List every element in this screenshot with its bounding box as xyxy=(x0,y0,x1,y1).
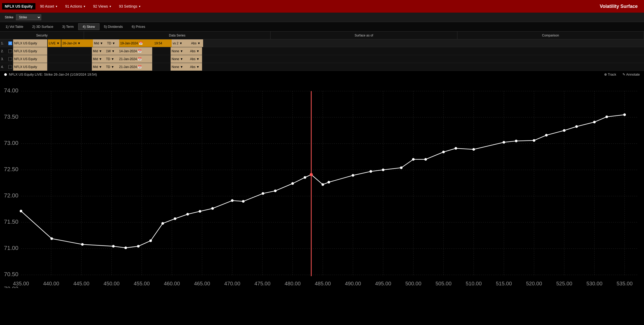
chart-dot xyxy=(81,243,84,246)
mid-cell[interactable]: Mid ▼ xyxy=(93,39,106,47)
chart-dot xyxy=(328,181,330,184)
chart-dot xyxy=(605,116,608,118)
chart-dot xyxy=(186,213,189,216)
chart-area: 74.00 73.50 73.00 72.50 72.00 71.50 71.0… xyxy=(0,78,644,288)
chart-dot xyxy=(274,190,277,192)
time-cell xyxy=(152,47,171,55)
table-row: 2. NFLX US Equity Mid ▼ 1W ▼ 14-Jan-2024… xyxy=(0,47,644,55)
data-rows: 1. ✓ NFLX US Equity LIVE ▼ 26-Jan-24 ▼ M… xyxy=(0,39,644,71)
x-label: 460.00 xyxy=(164,281,180,286)
chart-dot xyxy=(515,140,518,142)
tab-term[interactable]: 3) Term xyxy=(58,23,78,30)
top-nav: NFLX US Equity 90 Asset ▼ 91 Actions ▼ 9… xyxy=(0,0,644,13)
date-cell[interactable] xyxy=(60,47,92,55)
x-label: 435.00 xyxy=(13,281,29,286)
nav-asset[interactable]: 90 Asset ▼ xyxy=(36,3,62,9)
date-cell[interactable]: 26-Jan-24 ▼ xyxy=(61,39,93,47)
col-header-dataseries: Data Series xyxy=(84,32,271,39)
surface-date-cell[interactable]: 19-Jan-2024 📅 xyxy=(119,39,153,47)
chart-dot xyxy=(20,210,22,212)
table-row: 1. ✓ NFLX US Equity LIVE ▼ 26-Jan-24 ▼ M… xyxy=(0,39,644,47)
x-label: 510.00 xyxy=(466,281,482,286)
chart-legend: NFLX US Equity LIVE: Strike 26-Jan-24 (1… xyxy=(4,72,97,76)
chart-dot xyxy=(352,174,354,177)
td-cell[interactable]: 1W ▼ xyxy=(105,47,118,55)
row-checkbox[interactable] xyxy=(7,57,13,61)
live-cell[interactable]: LIVE ▼ xyxy=(48,39,61,47)
main-chart-svg: 74.00 73.50 73.00 72.50 72.00 71.50 71.0… xyxy=(0,78,644,288)
chart-dot xyxy=(533,139,535,142)
abs-cell[interactable]: Abs ▼ xyxy=(189,55,202,63)
x-label: 440.00 xyxy=(43,281,59,286)
x-label: 535.00 xyxy=(616,281,632,286)
x-label: 505.00 xyxy=(435,281,451,286)
time-cell[interactable]: 19:54 xyxy=(153,39,172,47)
abs-cell[interactable]: Abs ▼ xyxy=(190,39,203,47)
chart-dot xyxy=(161,222,164,225)
chart-header: NFLX US Equity LIVE: Strike 26-Jan-24 (1… xyxy=(0,71,644,78)
surface-date-cell[interactable]: 21-Jan-2024 📅 xyxy=(118,63,152,71)
time-cell xyxy=(152,63,171,71)
mid-cell[interactable]: Mid ▼ xyxy=(92,63,105,71)
vs-cell[interactable]: None ▼ xyxy=(171,47,189,55)
strike-dropdown[interactable]: Strike Delta Moneyness xyxy=(16,14,41,20)
abs-cell[interactable]: Abs ▼ xyxy=(189,63,202,71)
vs-cell[interactable]: None ▼ xyxy=(171,63,189,71)
chart-dot xyxy=(242,200,245,203)
data-grid-header: Security Data Series Surface as of Compa… xyxy=(0,32,644,39)
tab-prices[interactable]: 6) Prices xyxy=(127,23,150,30)
chart-dot xyxy=(304,176,306,179)
td-cell[interactable]: TD ▼ xyxy=(105,63,118,71)
track-button[interactable]: ⊕ Track xyxy=(604,72,616,76)
chart-dot xyxy=(545,134,548,137)
vs-cell[interactable]: None ▼ xyxy=(171,55,189,63)
y-label: 71.00 xyxy=(4,245,18,251)
td-cell[interactable]: TD ▼ xyxy=(105,55,118,63)
chevron-down-icon: ▼ xyxy=(109,5,112,8)
surface-date-cell[interactable]: 14-Jan-2024 📅 xyxy=(118,47,152,55)
date-cell[interactable] xyxy=(60,55,92,63)
row-checkbox[interactable] xyxy=(7,65,13,69)
live-cell[interactable] xyxy=(47,47,60,55)
row-checkbox[interactable] xyxy=(7,49,13,53)
vertical-marker-dot xyxy=(310,173,313,176)
legend-dot xyxy=(4,73,7,76)
mid-cell[interactable]: Mid ▼ xyxy=(92,47,105,55)
abs-cell[interactable]: Abs ▼ xyxy=(189,47,202,55)
chart-dot xyxy=(262,192,264,195)
nav-settings[interactable]: 93 Settings ▼ xyxy=(115,3,145,9)
chart-dot xyxy=(199,210,201,213)
date-cell[interactable] xyxy=(60,63,92,71)
tab-vol-table[interactable]: 1) Vol Table xyxy=(1,23,28,30)
chart-dot xyxy=(291,182,294,185)
x-label: 515.00 xyxy=(496,281,512,286)
mid-cell[interactable]: Mid ▼ xyxy=(92,55,105,63)
td-cell[interactable]: TD ▼ xyxy=(106,39,119,47)
strike-label: Strike xyxy=(2,14,16,20)
chart-dot xyxy=(563,129,566,132)
nav-actions[interactable]: 91 Actions ▼ xyxy=(61,3,89,9)
row-checkbox[interactable]: ✓ xyxy=(7,41,13,45)
y-label: 72.00 xyxy=(4,192,18,199)
x-label: 465.00 xyxy=(194,281,210,286)
annotate-button[interactable]: ✎ Annotate xyxy=(622,72,640,76)
nav-views[interactable]: 92 Views ▼ xyxy=(89,3,115,9)
chart-dot xyxy=(593,121,596,123)
ticker-label[interactable]: NFLX US Equity xyxy=(2,3,35,9)
vs-cell[interactable]: vs 2 ▼ xyxy=(172,39,190,47)
x-label: 530.00 xyxy=(586,281,602,286)
row-num: 3. xyxy=(0,57,7,61)
live-cell[interactable] xyxy=(47,55,60,63)
live-cell[interactable] xyxy=(47,63,60,71)
tab-3d-surface[interactable]: 2) 3D Surface xyxy=(28,23,58,30)
tab-skew[interactable]: 4) Skew xyxy=(78,23,99,30)
table-row: 4. NFLX US Equity Mid ▼ TD ▼ 21-Jan-2024… xyxy=(0,63,644,71)
x-label: 520.00 xyxy=(526,281,542,286)
x-label: 455.00 xyxy=(134,281,150,286)
y-label: 74.00 xyxy=(4,87,18,94)
chart-dot xyxy=(382,169,384,171)
x-label: 485.00 xyxy=(315,281,331,286)
tab-dividends[interactable]: 5) Dividends xyxy=(99,23,127,30)
surface-date-cell[interactable]: 21-Jan-2024 📅 xyxy=(118,55,152,63)
chart-dot xyxy=(112,245,115,248)
